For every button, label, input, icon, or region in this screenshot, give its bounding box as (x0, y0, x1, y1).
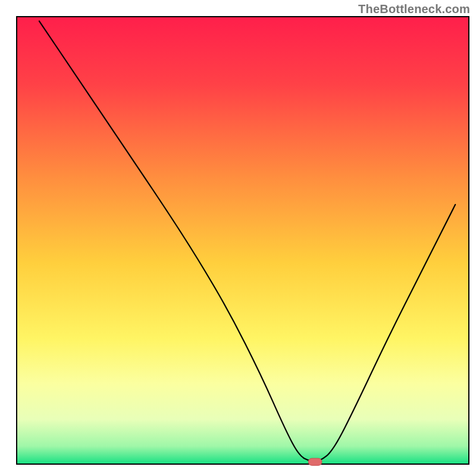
plot-svg (0, 0, 476, 476)
optimum-marker (308, 458, 322, 465)
chart-canvas: TheBottleneck.com (0, 0, 476, 476)
plot-background (17, 17, 469, 464)
